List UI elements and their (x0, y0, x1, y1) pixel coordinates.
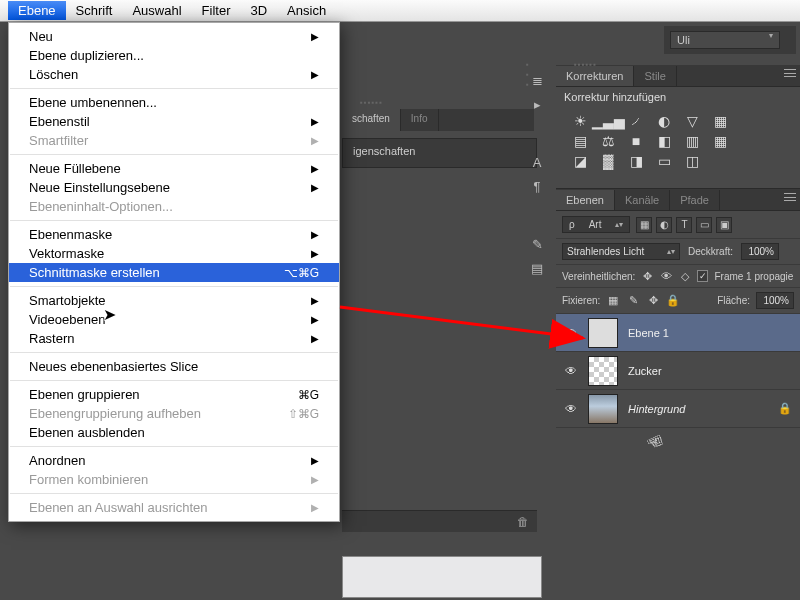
balance-icon[interactable]: ⚖ (598, 133, 618, 149)
menu-item[interactable]: Neue Einstellungsebene▶ (9, 178, 339, 197)
menu-item[interactable]: Neues ebenenbasiertes Slice (9, 357, 339, 376)
props-tabs: schaften Info (342, 109, 534, 131)
menu-item[interactable]: Ebene duplizieren... (9, 46, 339, 65)
chevron-icon: ▴▾ (667, 250, 675, 254)
lock-paint-icon[interactable]: ✎ (626, 294, 640, 308)
menu-item[interactable]: Rastern▶ (9, 329, 339, 348)
levels-icon[interactable]: ▁▃▅ (598, 113, 618, 129)
mixer-icon[interactable]: ◧ (654, 133, 674, 149)
menu-item[interactable]: Anordnen▶ (9, 451, 339, 470)
propagate-checkbox[interactable]: ✓ (697, 270, 708, 282)
menu-item[interactable]: Videoebenen▶ (9, 310, 339, 329)
menu-item[interactable]: Schnittmaske erstellen⌥⌘G (9, 263, 339, 282)
lock-label: Fixieren: (562, 295, 600, 306)
menu-item: Smartfilter▶ (9, 131, 339, 150)
menu-item[interactable]: Ebenenmaske▶ (9, 225, 339, 244)
lock-position-icon[interactable]: ✥ (646, 294, 660, 308)
unify-style-icon[interactable]: ◇ (679, 269, 692, 283)
actions-icon[interactable]: ▸ (526, 94, 548, 114)
menu-item[interactable]: Ebenen gruppieren⌘G (9, 385, 339, 404)
lock-transparent-icon[interactable]: ▦ (606, 294, 620, 308)
layer-row[interactable]: 👁Hintergrund🔒 (556, 390, 800, 428)
fill-input[interactable]: 100% (756, 292, 794, 309)
selective-icon[interactable]: ◫ (682, 153, 702, 169)
visibility-eye-icon[interactable]: 👁 (564, 402, 578, 416)
filter-smart-icon[interactable]: ▣ (716, 217, 732, 233)
filter-type-icon[interactable]: T (676, 217, 692, 233)
exposure-icon[interactable]: ◐ (654, 113, 674, 129)
menu-item[interactable]: Neue Füllebene▶ (9, 159, 339, 178)
propagate-label: Frame 1 propagiere (714, 271, 794, 282)
menu-ebene[interactable]: Ebene (8, 1, 66, 20)
layer-list: 👁Ebene 1👁Zucker👁Hintergrund🔒 (556, 314, 800, 428)
panel-menu-icon[interactable] (784, 193, 798, 205)
workspace-selector-panel: Uli ▾ (664, 26, 796, 54)
tab-korrekturen[interactable]: Korrekturen (556, 66, 634, 86)
menu-item[interactable]: Ebene umbenennen... (9, 93, 339, 112)
tab-ebenen[interactable]: Ebenen (556, 190, 615, 210)
layer-name: Ebene 1 (628, 327, 669, 339)
filter-adjust-icon[interactable]: ◐ (656, 217, 672, 233)
menu-item[interactable]: Neu▶ (9, 27, 339, 46)
menu-item[interactable]: Löschen▶ (9, 65, 339, 84)
unify-vis-icon[interactable]: 👁 (660, 269, 673, 283)
menu-ansicht[interactable]: Ansich (277, 1, 336, 20)
threshold-icon[interactable]: ◨ (626, 153, 646, 169)
menu-item[interactable]: Vektormaske▶ (9, 244, 339, 263)
tab-kanaele[interactable]: Kanäle (615, 190, 670, 210)
brush-icon[interactable]: ✎ (526, 234, 548, 254)
para-icon[interactable]: ¶ (526, 176, 548, 196)
menu-3d[interactable]: 3D (240, 1, 277, 20)
tab-info[interactable]: Info (401, 109, 439, 131)
blend-mode-select[interactable]: Strahlendes Licht ▴▾ (562, 243, 680, 260)
chevron-down-icon: ▾ (769, 34, 773, 46)
opacity-input[interactable]: 100% (741, 243, 779, 260)
menu-item[interactable]: Ebenen ausblenden (9, 423, 339, 442)
photo-filter-icon[interactable]: ■ (626, 133, 646, 149)
lookup-icon[interactable]: ▥ (682, 133, 702, 149)
layers-panel: Ebenen Kanäle Pfade ρArt▴▾ ▦ ◐ T ▭ ▣ Str… (556, 188, 800, 588)
bw-icon[interactable]: ▤ (570, 133, 590, 149)
menu-item: Ebeneninhalt-Optionen... (9, 197, 339, 216)
lock-all-icon[interactable]: 🔒 (666, 294, 680, 308)
visibility-eye-icon[interactable]: 👁 (564, 364, 578, 378)
menu-item[interactable]: Ebenenstil▶ (9, 112, 339, 131)
filter-shape-icon[interactable]: ▭ (696, 217, 712, 233)
layer-name: Zucker (628, 365, 662, 377)
curves-icon[interactable]: ⟋ (626, 113, 646, 129)
brightness-icon[interactable]: ☀ (570, 113, 590, 129)
layer-thumb (588, 356, 618, 386)
layer-thumb (588, 318, 618, 348)
blend-mode-value: Strahlendes Licht (567, 246, 644, 257)
vibrance-icon[interactable]: ▽ (682, 113, 702, 129)
unify-pos-icon[interactable]: ✥ (641, 269, 654, 283)
menu-schrift[interactable]: Schrift (66, 1, 123, 20)
swatches-icon[interactable]: ▤ (526, 258, 548, 278)
gradient-icon[interactable]: ▭ (654, 153, 674, 169)
layers-filter-bar: ρArt▴▾ ▦ ◐ T ▭ ▣ (556, 211, 800, 239)
corrections-header: Korrektur hinzufügen (556, 87, 800, 111)
hue-icon[interactable]: ▦ (710, 113, 730, 129)
menu-filter[interactable]: Filter (192, 1, 241, 20)
grid-icon[interactable]: ▦ (710, 133, 730, 149)
tab-pfade[interactable]: Pfade (670, 190, 720, 210)
workspace-select[interactable]: Uli ▾ (670, 31, 780, 49)
tab-eigenschaften[interactable]: schaften (342, 109, 401, 131)
unify-label: Vereinheitlichen: (562, 271, 635, 282)
posterize-icon[interactable]: ▓ (598, 153, 618, 169)
layer-row[interactable]: 👁Ebene 1 (556, 314, 800, 352)
menu-item[interactable]: Smartobjekte▶ (9, 291, 339, 310)
tab-stile[interactable]: Stile (634, 66, 676, 86)
layer-kind-select[interactable]: ρArt▴▾ (562, 216, 630, 233)
visibility-eye-icon[interactable]: 👁 (564, 326, 578, 340)
layer-row[interactable]: 👁Zucker (556, 352, 800, 390)
filter-pixel-icon[interactable]: ▦ (636, 217, 652, 233)
invert-icon[interactable]: ◪ (570, 153, 590, 169)
collapsed-panel-strip: ≣ ▸ A ¶ ✎ ▤ (521, 62, 553, 342)
menu-item: Ebenengruppierung aufheben⇧⌘G (9, 404, 339, 423)
menu-auswahl[interactable]: Auswahl (122, 1, 191, 20)
trash-icon[interactable]: 🗑 (517, 515, 529, 529)
opacity-label: Deckkraft: (688, 246, 733, 257)
panel-menu-icon[interactable] (784, 69, 798, 81)
char-icon[interactable]: A (526, 152, 548, 172)
